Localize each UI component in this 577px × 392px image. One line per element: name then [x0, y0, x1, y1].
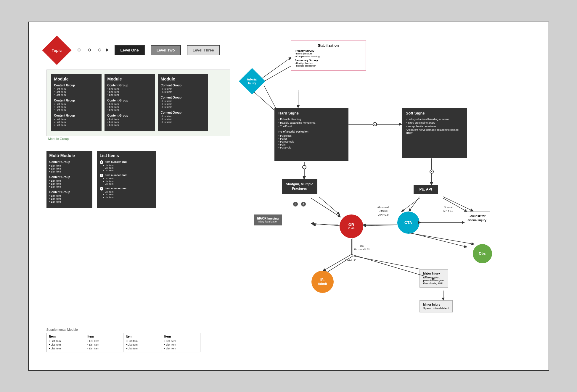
ue-proximal-label: UEProximal LE² — [354, 244, 370, 251]
svg-line-40 — [364, 225, 397, 226]
connector-circle-1: − — [373, 122, 377, 126]
svg-line-39 — [408, 233, 474, 244]
secondary-survey-title: Secondary Survey — [295, 59, 362, 62]
level-one-box: Level One — [115, 45, 145, 55]
supp-col-2: Item List Item List Item List Item — [85, 333, 123, 352]
topic-diamond: Topic — [46, 40, 67, 61]
major-injury-box: Major Injury Extravasation,pseudoaneurys… — [420, 269, 449, 288]
level-two-box: Level Two — [151, 45, 181, 55]
module-box-1: Module Content Group List Item List Item… — [51, 74, 102, 131]
stabilization-box: Stabilization Primary Survey • Direct pr… — [291, 40, 366, 71]
ir-admit-circle: IR,Admit — [311, 271, 334, 293]
bottom-modules: Multi-Module Content Group List item Lis… — [46, 151, 230, 208]
supplemental-table: Item List Item List Item List Item Item … — [46, 333, 200, 352]
svg-line-36 — [409, 197, 420, 211]
shotgun-box: Shotgun, MultipleFractures — [282, 179, 317, 194]
plus-circle-soft: + — [430, 170, 434, 174]
hard-signs-box: Hard Signs • Pulsatile bleeding • Rapidl… — [274, 108, 348, 161]
normal-label: NormalAPI >0.9 — [443, 206, 454, 213]
pe-api-box: PE, API — [414, 185, 438, 194]
stabilization-title: Stabilization — [295, 43, 362, 48]
primary-survey-title: Primary Survey — [295, 49, 362, 52]
svg-point-1 — [78, 49, 80, 51]
soft-signs-box: Soft Signs • History of arterial bleedin… — [402, 108, 467, 158]
svg-line-20 — [408, 232, 467, 247]
svg-line-27 — [263, 58, 291, 78]
multi-module-box: Multi-Module Content Group List item Lis… — [46, 151, 92, 208]
additional-connections — [236, 34, 537, 358]
supp-col-4: Item List Item List Item List Item — [162, 333, 200, 352]
svg-line-17 — [402, 198, 420, 212]
supplemental-area: Supplemental Module Item List Item List … — [46, 328, 200, 352]
or-circle: OR ⏱ 6h — [340, 214, 363, 238]
svg-line-41 — [311, 223, 340, 226]
er-or-box: ER/OR Imaging Injury localization — [254, 214, 282, 225]
low-risk-box: Low-risk forarterial injury — [464, 212, 490, 225]
svg-line-43 — [323, 254, 351, 271]
minor-injury-box: Minor Injury Spasm, intimal defect — [420, 300, 453, 312]
list-items-box: List Items 1 Item number one: List itemL… — [97, 151, 156, 208]
plus-circle-hard: + — [302, 165, 306, 169]
module-group-label: Module Group — [48, 137, 69, 141]
svg-point-3 — [99, 49, 101, 51]
module-row: Module Content Group List Item List Item… — [51, 74, 225, 131]
ps-arterial-occlusion: P's of arterial occlusion — [279, 130, 344, 133]
cta-circle: CTA — [397, 212, 420, 234]
svg-point-2 — [88, 49, 91, 51]
abnormal-label: Abnormal,Difficult,API <0.9 — [377, 206, 390, 217]
svg-line-23 — [325, 256, 353, 274]
distal-le-label: Distal LE — [345, 259, 356, 262]
flowchart-area: ArterialInjury Stabilization Primary Sur… — [236, 34, 537, 358]
module-box-2: Module Content Group List item List item… — [105, 74, 155, 131]
obs-circle: Obs — [473, 244, 492, 263]
flowchart-connections — [236, 34, 537, 358]
check-shotgun: ✓ — [293, 202, 298, 207]
svg-line-45 — [311, 198, 340, 217]
svg-marker-4 — [106, 49, 109, 51]
module-group-container: Module Content Group List Item List Item… — [46, 70, 230, 136]
supp-col-1: Item List Item List Item List Item — [47, 333, 85, 352]
main-canvas: Topic Level One Level Two Level Th — [28, 22, 549, 371]
legend-area: Topic Level One Level Two Level Th — [46, 40, 230, 208]
supp-col-3: Item List Item List Item List Item — [123, 333, 162, 352]
arterial-injury-node: ArterialInjury — [239, 68, 266, 95]
module-box-3: Module Content Group List item List item… — [158, 74, 208, 131]
legend-nodes: Topic Level One Level Two Level Th — [46, 40, 230, 61]
x-connector: ✗ — [301, 202, 306, 207]
level-three-box: Level Three — [187, 45, 220, 55]
svg-line-26 — [319, 197, 340, 214]
